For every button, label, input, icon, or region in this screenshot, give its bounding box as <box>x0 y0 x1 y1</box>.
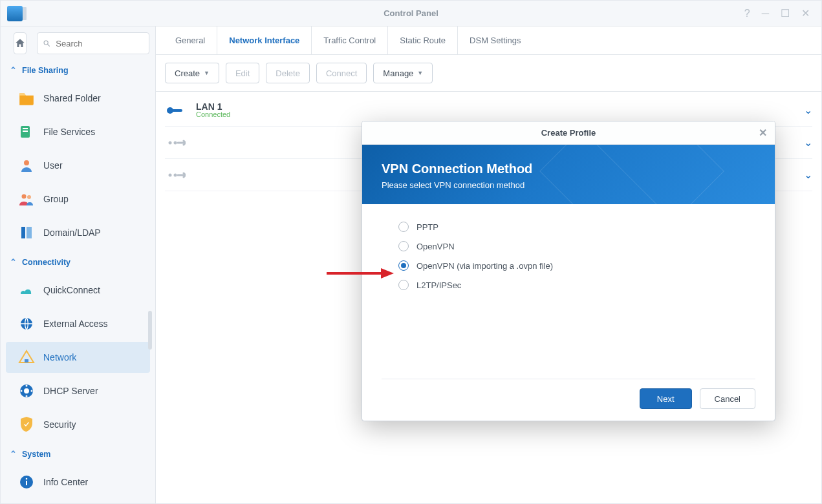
svg-rect-4 <box>23 131 28 132</box>
search-input[interactable] <box>54 38 144 49</box>
create-button[interactable]: Create▼ <box>165 63 219 83</box>
svg-rect-11 <box>25 359 28 362</box>
tab-traffic-control[interactable]: Traffic Control <box>312 26 388 54</box>
svg-point-7 <box>27 195 31 199</box>
section-file-sharing[interactable]: ⌃ File Sharing <box>1 59 155 80</box>
user-icon <box>17 156 36 174</box>
radio-icon <box>398 280 409 290</box>
info-icon <box>17 473 36 491</box>
sidebar-item-quickconnect[interactable]: QuickConnect <box>6 275 150 306</box>
svg-point-0 <box>44 41 48 45</box>
sidebar-item-info-center[interactable]: Info Center <box>6 467 150 498</box>
sidebar-item-domain-ldap[interactable]: Domain/LDAP <box>6 217 150 248</box>
sidebar-item-label: Domain/LDAP <box>43 227 101 238</box>
sidebar-item-label: QuickConnect <box>43 285 100 295</box>
radio-icon <box>398 260 409 271</box>
sidebar-item-label: DHCP Server <box>43 386 98 396</box>
radio-label: PPTP <box>416 222 438 232</box>
svg-point-15 <box>26 395 28 397</box>
lan-connected-icon <box>165 106 187 115</box>
sidebar-item-theme[interactable]: Theme <box>6 500 150 503</box>
section-system[interactable]: ⌃ System <box>1 443 155 464</box>
chevron-up-icon: ⌃ <box>10 449 17 459</box>
sidebar-item-external-access[interactable]: External Access <box>6 308 150 339</box>
control-panel-window: Control Panel ? ─ ☐ ✕ ⌃ File Sharin <box>0 0 822 504</box>
cloud-icon <box>17 281 36 299</box>
sidebar-item-file-services[interactable]: File Services <box>6 116 150 147</box>
svg-point-26 <box>169 141 172 144</box>
radio-label: OpenVPN <box>416 242 455 251</box>
create-profile-modal: Create Profile ✕ VPN Connection Method P… <box>362 121 775 421</box>
network-icon <box>17 348 36 366</box>
close-icon[interactable]: ✕ <box>801 8 810 19</box>
sidebar-item-user[interactable]: User <box>6 150 150 181</box>
home-button[interactable] <box>14 32 27 54</box>
folder-icon <box>17 89 36 107</box>
sidebar-item-label: Network <box>43 352 76 362</box>
modal-footer: Next Cancel <box>362 379 775 421</box>
chevron-down-icon: ⌄ <box>804 104 812 116</box>
svg-point-16 <box>21 390 23 392</box>
tab-general[interactable]: General <box>164 26 217 54</box>
svg-point-27 <box>174 141 177 144</box>
sidebar-item-label: File Services <box>43 127 95 137</box>
dhcp-icon <box>17 382 36 400</box>
caret-down-icon: ▼ <box>417 70 423 76</box>
sidebar-item-security[interactable]: Security <box>6 409 150 440</box>
globe-icon <box>17 315 36 333</box>
caret-down-icon: ▼ <box>204 70 210 76</box>
minimize-icon[interactable]: ─ <box>762 8 769 19</box>
search-box[interactable] <box>37 32 149 54</box>
chevron-down-icon: ⌄ <box>804 136 812 149</box>
radio-openvpn[interactable]: OpenVPN <box>398 236 755 256</box>
radio-label: L2TP/IPSec <box>416 280 461 290</box>
tab-dsm-settings[interactable]: DSM Settings <box>458 26 532 54</box>
lan-disconnected-icon <box>165 138 187 147</box>
svg-rect-3 <box>23 128 28 129</box>
sidebar-item-network[interactable]: Network <box>6 342 150 373</box>
modal-heading: VPN Connection Method <box>382 162 755 176</box>
sidebar-item-label: User <box>43 160 63 171</box>
file-services-icon <box>17 123 36 141</box>
svg-rect-25 <box>172 109 182 112</box>
modal-subtitle: Please select VPN connection method <box>382 180 755 190</box>
lan-disconnected-icon <box>165 171 187 180</box>
svg-point-5 <box>24 160 29 165</box>
svg-point-14 <box>26 385 28 387</box>
tab-network-interface[interactable]: Network Interface <box>217 26 312 54</box>
svg-point-6 <box>22 194 27 199</box>
next-button[interactable]: Next <box>640 388 692 409</box>
connect-button[interactable]: Connect <box>316 63 367 83</box>
sidebar-item-label: Group <box>43 194 69 204</box>
titlebar: Control Panel ? ─ ☐ ✕ <box>1 1 821 26</box>
toolbar: Create▼ Edit Delete Connect Manage▼ <box>156 55 821 92</box>
edit-button[interactable]: Edit <box>226 63 259 83</box>
shield-icon <box>17 415 36 434</box>
tab-bar: General Network Interface Traffic Contro… <box>156 26 821 55</box>
manage-button[interactable]: Manage▼ <box>373 63 433 83</box>
window-title: Control Panel <box>1 8 821 18</box>
radio-l2tp-ipsec[interactable]: L2TP/IPSec <box>398 275 755 295</box>
svg-point-17 <box>31 390 33 392</box>
sidebar-item-label: Info Center <box>43 477 88 487</box>
maximize-icon[interactable]: ☐ <box>781 8 790 19</box>
app-icon <box>7 6 23 21</box>
modal-body: PPTP OpenVPN OpenVPN (via importing a .o… <box>362 204 775 379</box>
radio-pptp[interactable]: PPTP <box>398 217 755 236</box>
radio-openvpn-ovpn[interactable]: OpenVPN (via importing a .ovpn file) <box>398 256 755 275</box>
section-connectivity[interactable]: ⌃ Connectivity <box>1 251 155 272</box>
chevron-up-icon: ⌃ <box>10 257 17 267</box>
sidebar-item-shared-folder[interactable]: Shared Folder <box>6 83 150 114</box>
main-panel: General Network Interface Traffic Contro… <box>156 26 821 503</box>
sidebar-item-label: Security <box>43 419 76 430</box>
sidebar-item-group[interactable]: Group <box>6 184 150 215</box>
sidebar-item-dhcp-server[interactable]: DHCP Server <box>6 375 150 406</box>
sidebar-item-label: External Access <box>43 319 108 329</box>
close-icon[interactable]: ✕ <box>759 127 767 139</box>
scrollbar-thumb[interactable] <box>148 311 152 350</box>
cancel-button[interactable]: Cancel <box>700 388 755 409</box>
delete-button[interactable]: Delete <box>266 63 310 83</box>
help-icon[interactable]: ? <box>744 8 750 19</box>
tab-static-route[interactable]: Static Route <box>388 26 458 54</box>
svg-rect-9 <box>27 227 32 238</box>
